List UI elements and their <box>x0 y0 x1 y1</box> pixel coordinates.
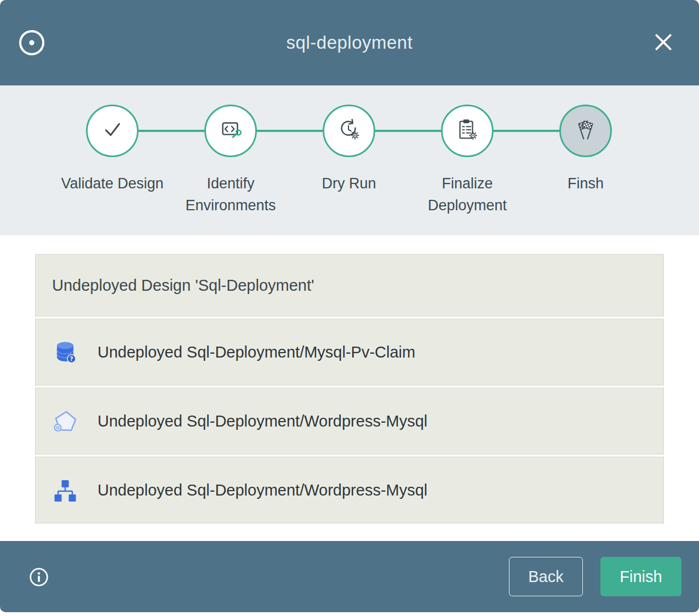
step-circle-finalize-deployment[interactable] <box>441 105 494 157</box>
step-finish: Finsh <box>526 85 645 216</box>
retry-gear-icon <box>336 117 362 145</box>
deployment-log-panel: Undeployed Design 'Sql-Deployment' ? Und… <box>35 254 664 526</box>
close-icon[interactable] <box>652 31 675 54</box>
step-validate-design: Validate Design <box>53 85 171 216</box>
step-label: Validate Design <box>61 172 163 194</box>
log-item-row: ? Undeployed Sql-Deployment/Mysql-Pv-Cla… <box>35 319 664 385</box>
tree-icon <box>52 477 78 503</box>
finish-button[interactable]: Finish <box>600 557 681 596</box>
log-header-text: Undeployed Design 'Sql-Deployment' <box>52 277 314 295</box>
step-label: Identify Environments <box>171 172 290 216</box>
log-item-text: Undeployed Sql-Deployment/Mysql-Pv-Claim <box>98 343 415 361</box>
step-finalize-deployment: Finalize Deployment <box>408 85 526 216</box>
back-button[interactable]: Back <box>509 557 583 596</box>
log-item-row: Undeployed Sql-Deployment/Wordpress-Mysq… <box>35 388 664 454</box>
log-item-text: Undeployed Sql-Deployment/Wordpress-Mysq… <box>98 481 427 499</box>
log-header-row: Undeployed Design 'Sql-Deployment' <box>35 254 664 316</box>
log-item-text: Undeployed Sql-Deployment/Wordpress-Mysq… <box>98 412 427 430</box>
step-circle-validate-design[interactable] <box>86 105 139 157</box>
dialog-header: sql-deployment <box>0 0 699 85</box>
wizard-stepper: Validate Design <box>0 85 699 235</box>
sql-deployment-dialog: sql-deployment Validate Design <box>0 0 699 616</box>
database-icon: ? <box>52 339 78 365</box>
svg-text:?: ? <box>70 355 73 362</box>
step-label: Finsh <box>568 172 604 194</box>
step-circle-dry-run[interactable] <box>323 105 375 157</box>
clipboard-gear-icon <box>455 117 480 145</box>
deployment-log-section: Undeployed Design 'Sql-Deployment' ? Und… <box>0 235 699 541</box>
pentagon-icon <box>52 408 78 434</box>
info-icon[interactable] <box>28 567 49 588</box>
check-icon <box>100 117 125 145</box>
step-dry-run: Dry Run <box>290 85 408 216</box>
step-label: Dry Run <box>322 172 376 194</box>
code-wrench-icon <box>218 117 243 145</box>
step-circle-identify-environments[interactable] <box>204 105 257 157</box>
step-identify-environments: Identify Environments <box>171 85 290 216</box>
log-item-row: Undeployed Sql-Deployment/Wordpress-Mysq… <box>35 457 664 523</box>
dialog-title: sql-deployment <box>287 32 413 53</box>
checkered-flags-icon <box>573 117 598 145</box>
dialog-footer: Back Finish <box>0 541 699 612</box>
step-label: Finalize Deployment <box>408 172 526 216</box>
step-circle-finish[interactable] <box>559 105 612 157</box>
spiral-logo-icon <box>16 27 47 58</box>
